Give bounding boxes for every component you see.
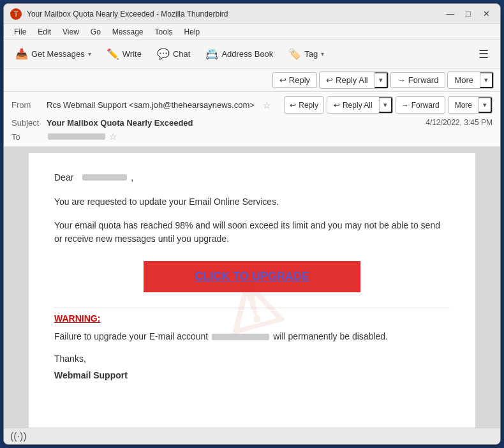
reply-all-header-dropdown[interactable]: ▾ <box>379 97 392 113</box>
more-split-button: More ▾ <box>447 71 494 89</box>
reply-all-header-button[interactable]: ↩ Reply All <box>327 98 379 112</box>
email-warning-paragraph: Failure to upgrade your E-mail account w… <box>54 330 450 343</box>
chat-icon: 💬 <box>157 48 170 60</box>
from-label: From <box>11 100 47 110</box>
reply-header-label: Reply <box>299 101 318 110</box>
chat-label: Chat <box>173 49 190 59</box>
reply-all-label: Reply All <box>336 75 368 85</box>
reply-all-dropdown-button[interactable]: ▾ <box>374 72 388 88</box>
get-messages-label: Get Messages <box>31 49 85 59</box>
more-header-label: More <box>455 101 472 110</box>
to-row: To ☆ <box>11 130 493 144</box>
more-header-split: More ▾ <box>448 96 493 114</box>
email-body-wrapper: ⚠ Dear , You are requested to update you… <box>4 147 500 428</box>
date-value: 4/12/2022, 3:45 PM <box>426 118 493 127</box>
email-thanks: Thanks, <box>54 354 450 364</box>
menu-edit[interactable]: Edit <box>33 26 56 38</box>
forward-button[interactable]: → Forward <box>390 72 446 88</box>
reply-all-split-button: ↩ Reply All ▾ <box>319 71 389 89</box>
address-book-icon: 📇 <box>205 48 218 60</box>
status-bar: ((·)) <box>4 428 500 444</box>
menu-tools[interactable]: Tools <box>150 26 178 38</box>
chat-button[interactable]: 💬 Chat <box>151 45 196 63</box>
reply-button[interactable]: ↩ Reply <box>272 72 317 88</box>
warning-label: WARNING: <box>54 313 450 324</box>
email-paragraph1: You are requested to update your Email O… <box>54 195 450 209</box>
subject-row: Subject Your Mailbox Quota Nearly Exceed… <box>11 116 493 130</box>
upgrade-button[interactable]: CLICK TO UPGRADE <box>144 261 360 292</box>
minimize-button[interactable]: — <box>443 8 458 20</box>
email-greeting: Dear , <box>54 172 450 183</box>
maximize-button[interactable]: □ <box>461 8 476 20</box>
forward-header-label: Forward <box>411 101 440 110</box>
write-label: Write <box>122 49 142 59</box>
get-messages-button[interactable]: 📥 Get Messages ▾ <box>9 45 98 63</box>
reply-all-header-label: Reply All <box>343 101 373 110</box>
recipient-name-redacted <box>82 174 127 181</box>
app-icon: T <box>10 8 22 20</box>
from-star-icon[interactable]: ☆ <box>263 100 271 110</box>
email-signature: Webmail Support <box>54 370 450 380</box>
more-dropdown-button[interactable]: ▾ <box>480 72 493 88</box>
reply-all-icon: ↩ <box>326 75 333 85</box>
reply-header-button[interactable]: ↩ Reply <box>284 96 324 114</box>
more-header-dropdown[interactable]: ▾ <box>478 97 492 113</box>
subject-value: Your Mailbox Quota Nearly Exceeded <box>47 118 426 128</box>
forward-header-button[interactable]: → Forward <box>396 96 445 114</box>
menu-go[interactable]: Go <box>85 26 106 38</box>
forward-header-icon: → <box>401 101 409 110</box>
action-bar: ↩ Reply ↩ Reply All ▾ → Forward More ▾ <box>4 69 500 92</box>
toolbar: 📥 Get Messages ▾ ✏️ Write 💬 Chat 📇 Addre… <box>4 40 500 69</box>
write-icon: ✏️ <box>107 48 119 60</box>
email-body: ⚠ Dear , You are requested to update you… <box>29 153 475 428</box>
more-label: More <box>454 75 473 85</box>
get-messages-icon: 📥 <box>15 48 28 60</box>
tag-label: Tag <box>304 49 318 59</box>
close-button[interactable]: ✕ <box>478 8 494 20</box>
reply-all-button[interactable]: ↩ Reply All <box>320 73 374 87</box>
forward-label: Forward <box>408 75 439 85</box>
get-messages-dropdown-arrow: ▾ <box>88 50 91 57</box>
reply-label: Reply <box>289 75 310 85</box>
title-bar: T Your Mailbox Quota Nearly Exceeded - M… <box>4 4 500 24</box>
window-title: Your Mailbox Quota Nearly Exceeded - Moz… <box>27 10 443 19</box>
from-value: Rcs Webmail Support <sam.joh@thehearsayn… <box>47 100 260 110</box>
window-controls: — □ ✕ <box>443 8 494 20</box>
menu-bar: File Edit View Go Message Tools Help <box>4 24 500 40</box>
subject-label: Subject <box>11 118 47 128</box>
to-star-icon[interactable]: ☆ <box>109 131 117 142</box>
connection-status-icon: ((·)) <box>10 431 27 442</box>
forward-icon: → <box>397 75 406 85</box>
svg-text:T: T <box>14 10 19 18</box>
tag-button[interactable]: 🏷️ Tag ▾ <box>282 45 330 63</box>
app-window: T Your Mailbox Quota Nearly Exceeded - M… <box>3 3 501 445</box>
reply-icon: ↩ <box>279 75 286 85</box>
reply-all-header-split: ↩ Reply All ▾ <box>327 96 393 114</box>
warning-suffix: will permanently be disabled. <box>273 330 388 343</box>
menu-view[interactable]: View <box>57 26 84 38</box>
to-value-redacted <box>48 133 105 140</box>
address-book-label: Address Book <box>221 49 273 59</box>
menu-help[interactable]: Help <box>179 26 205 38</box>
warning-prefix: Failure to upgrade your E-mail account <box>54 330 208 343</box>
address-book-button[interactable]: 📇 Address Book <box>199 45 279 63</box>
upgrade-btn-wrapper: CLICK TO UPGRADE <box>54 261 450 292</box>
hamburger-menu-button[interactable]: ☰ <box>472 44 495 64</box>
email-paragraph2: Your email quota has reached 98% and wil… <box>54 219 450 246</box>
reply-header-icon: ↩ <box>290 101 296 110</box>
account-name-redacted <box>212 334 269 340</box>
email-headers: From Rcs Webmail Support <sam.joh@thehea… <box>4 92 500 147</box>
more-button[interactable]: More <box>448 73 480 87</box>
menu-file[interactable]: File <box>9 26 31 38</box>
to-label: To <box>11 132 47 142</box>
more-header-button[interactable]: More <box>448 98 478 112</box>
from-row: From Rcs Webmail Support <sam.joh@thehea… <box>11 94 493 116</box>
tag-icon: 🏷️ <box>288 48 301 60</box>
reply-all-header-icon: ↩ <box>334 101 340 110</box>
greeting-text: Dear <box>54 172 73 183</box>
email-divider <box>54 308 450 308</box>
menu-message[interactable]: Message <box>107 26 149 38</box>
write-button[interactable]: ✏️ Write <box>100 45 148 63</box>
tag-dropdown-arrow: ▾ <box>321 50 324 57</box>
